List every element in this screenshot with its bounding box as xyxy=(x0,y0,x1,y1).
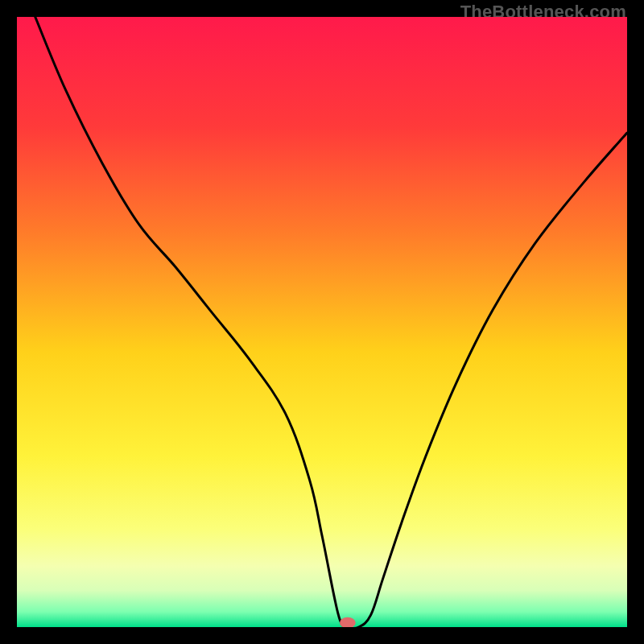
chart-frame: TheBottleneck.com xyxy=(0,0,644,644)
plot-area xyxy=(17,17,627,627)
chart-svg xyxy=(17,17,627,627)
